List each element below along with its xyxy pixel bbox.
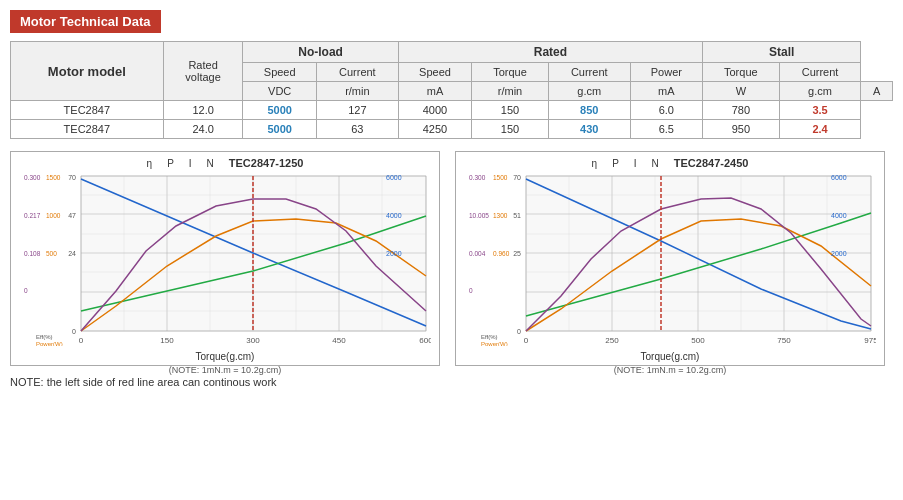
legend-label: η [592, 158, 598, 169]
svg-text:0.004: 0.004 [469, 250, 486, 257]
col-rated-speed-unit: r/min [472, 82, 549, 101]
svg-text:0.108: 0.108 [24, 250, 41, 257]
col-rated-speed-label: Speed [398, 63, 471, 82]
table-cell: TEC2847 [11, 101, 164, 120]
chart-tec2847-2450: η P I N TEC2847-2450 [455, 151, 885, 366]
svg-text:975: 975 [864, 336, 876, 345]
chart2-subtitle: (NOTE: 1mN.m = 10.2g.cm) [461, 365, 879, 375]
svg-text:1000: 1000 [46, 212, 61, 219]
col-stall-current-label: Current [779, 63, 861, 82]
col-noload-speed-label: Speed [243, 63, 316, 82]
svg-text:0: 0 [79, 336, 84, 345]
table-cell: 430 [548, 120, 630, 139]
svg-text:250: 250 [605, 336, 619, 345]
svg-text:0.300: 0.300 [24, 174, 41, 181]
svg-text:0.217: 0.217 [24, 212, 41, 219]
svg-text:0: 0 [517, 328, 521, 335]
svg-text:2000: 2000 [386, 250, 402, 257]
table-cell: 2.4 [779, 120, 861, 139]
svg-text:1300: 1300 [493, 212, 508, 219]
svg-text:4000: 4000 [386, 212, 402, 219]
motor-data-table: Motor model Ratedvoltage No-load Rated S… [10, 41, 893, 139]
svg-text:450: 450 [332, 336, 346, 345]
svg-text:51: 51 [513, 212, 521, 219]
table-cell: 850 [548, 101, 630, 120]
legend-label: N [207, 158, 214, 169]
table-cell: 12.0 [163, 101, 243, 120]
table-cell: TEC2847 [11, 120, 164, 139]
table-cell: 150 [472, 120, 549, 139]
svg-text:4000: 4000 [831, 212, 847, 219]
table-cell: 127 [316, 101, 398, 120]
col-voltage-unit: VDC [243, 82, 316, 101]
svg-text:Eff(%): Eff(%) [36, 334, 53, 340]
legend-label: P [167, 158, 174, 169]
svg-text:6000: 6000 [831, 174, 847, 181]
col-stall-torque-label: Torque [703, 63, 780, 82]
svg-text:Power(W): Power(W) [481, 341, 508, 346]
svg-text:1500: 1500 [493, 174, 508, 181]
svg-text:Power(W): Power(W) [36, 341, 63, 346]
table-cell: 150 [472, 101, 549, 120]
table-cell: 950 [703, 120, 780, 139]
chart-tec2847-1250: η P I N TEC2847-1250 [10, 151, 440, 366]
col-rated-power-unit: W [703, 82, 780, 101]
svg-text:0: 0 [72, 328, 76, 335]
svg-text:0: 0 [469, 287, 473, 294]
table-cell: 5000 [243, 120, 316, 139]
legend-label: P [612, 158, 619, 169]
svg-text:300: 300 [246, 336, 260, 345]
svg-text:70: 70 [68, 174, 76, 181]
col-stall-current-unit: A [861, 82, 893, 101]
table-cell: 4250 [398, 120, 471, 139]
svg-text:600: 600 [419, 336, 431, 345]
table-cell: 63 [316, 120, 398, 139]
col-rated-power-label: Power [630, 63, 702, 82]
table-cell: 24.0 [163, 120, 243, 139]
col-motor-model: Motor model [11, 42, 164, 101]
svg-text:0.300: 0.300 [469, 174, 486, 181]
page-title: Motor Technical Data [10, 10, 161, 33]
svg-text:10.005: 10.005 [469, 212, 489, 219]
col-noload-current-unit: mA [398, 82, 471, 101]
chart2-title: TEC2847-2450 [674, 157, 749, 169]
table-cell: 5000 [243, 101, 316, 120]
svg-text:1500: 1500 [46, 174, 61, 181]
table-cell: 6.0 [630, 101, 702, 120]
table-cell: 6.5 [630, 120, 702, 139]
note-text: NOTE: the left side of red line area can… [10, 376, 893, 388]
table-cell: 4000 [398, 101, 471, 120]
svg-text:6000: 6000 [386, 174, 402, 181]
svg-text:2000: 2000 [831, 250, 847, 257]
table-cell: 3.5 [779, 101, 861, 120]
table-cell: 780 [703, 101, 780, 120]
col-rated-current-label: Current [548, 63, 630, 82]
group-noload: No-load [243, 42, 398, 63]
svg-text:500: 500 [691, 336, 705, 345]
col-rated-torque-label: Torque [472, 63, 549, 82]
col-stall-torque-unit: g.cm [779, 82, 861, 101]
col-rated-current-unit: mA [630, 82, 702, 101]
svg-text:0: 0 [24, 287, 28, 294]
group-stall: Stall [703, 42, 861, 63]
svg-text:750: 750 [777, 336, 791, 345]
svg-text:25: 25 [513, 250, 521, 257]
chart2-svg: 0 250 500 750 975 70 51 25 0 0.300 10.00… [461, 171, 876, 346]
group-rated: Rated [398, 42, 702, 63]
col-noload-speed-unit: r/min [316, 82, 398, 101]
chart1-subtitle: (NOTE: 1mN.m = 10.2g.cm) [16, 365, 434, 375]
svg-text:24: 24 [68, 250, 76, 257]
svg-text:0: 0 [524, 336, 529, 345]
chart1-title: TEC2847-1250 [229, 157, 304, 169]
svg-text:150: 150 [160, 336, 174, 345]
legend-label: I [189, 158, 192, 169]
legend-label: N [652, 158, 659, 169]
col-rated-voltage: Ratedvoltage [163, 42, 243, 101]
svg-text:0.960: 0.960 [493, 250, 510, 257]
svg-text:47: 47 [68, 212, 76, 219]
svg-text:70: 70 [513, 174, 521, 181]
chart1-x-label: Torque(g.cm) [16, 351, 434, 362]
chart1-svg: 0 150 300 450 600 70 47 24 0 0.300 0.217… [16, 171, 431, 346]
legend-label: I [634, 158, 637, 169]
svg-text:500: 500 [46, 250, 57, 257]
